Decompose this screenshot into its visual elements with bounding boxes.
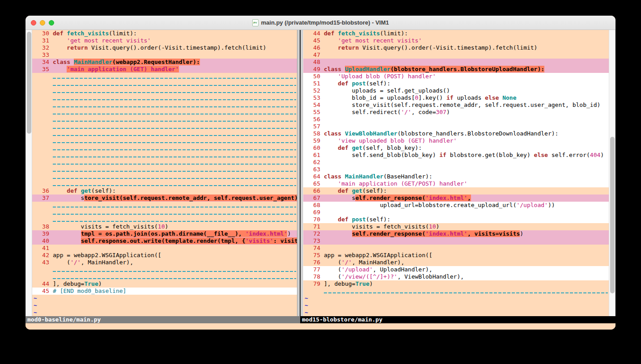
line-text: 'main application (GET/POST) handler' xyxy=(324,180,467,187)
code-line: 62 xyxy=(303,159,609,166)
diff-filler-line xyxy=(32,202,297,209)
code-line: 33 xyxy=(32,51,297,59)
line-text: self.redirect('/', code=307) xyxy=(324,109,450,116)
line-number-gutter xyxy=(32,202,53,209)
code-segment: class xyxy=(53,59,74,65)
line-number-gutter xyxy=(32,266,53,273)
vertical-split-bar[interactable] xyxy=(297,30,303,316)
code-segment: def xyxy=(324,30,338,37)
diff-filler-line xyxy=(32,116,297,123)
code-segment: , visits=visits xyxy=(467,230,520,237)
line-text: class ViewBlobHandler(blobstore_handlers… xyxy=(324,130,558,137)
code-segment: , code= xyxy=(412,109,436,115)
command-line[interactable] xyxy=(25,323,616,330)
line-number: 59 xyxy=(303,137,324,144)
code-segment: 10 xyxy=(158,223,165,230)
code-line: 37 store_visit(self.request.remote_addr,… xyxy=(32,195,297,202)
line-number: 45 xyxy=(303,37,324,44)
code-line: 64class MainHandler(BaseHandler): xyxy=(303,173,609,180)
line-text: def get(self, blob_key): xyxy=(324,144,422,152)
code-segment xyxy=(53,37,67,44)
line-number-gutter xyxy=(32,80,53,87)
code-segment xyxy=(324,216,338,223)
line-number: 47 xyxy=(303,51,324,59)
code-line: 48 xyxy=(303,59,609,66)
right-scrollbar-thumb[interactable] xyxy=(610,137,615,293)
code-line: 69 xyxy=(303,209,609,216)
code-segment: MainHandler xyxy=(74,59,112,65)
filler-dashes xyxy=(53,278,296,279)
code-segment: if xyxy=(439,152,446,158)
line-number: 76 xyxy=(303,259,324,266)
diff-filler-line xyxy=(303,288,609,295)
tilde-marker: ~ xyxy=(32,309,37,316)
minimize-button[interactable] xyxy=(40,20,45,25)
code-line: 34class MainHandler(webapp2.RequestHandl… xyxy=(32,59,297,66)
code-line: 70 def post(self): xyxy=(303,216,609,223)
diff-filler-line xyxy=(32,209,297,216)
diff-filler-line xyxy=(32,166,297,173)
left-scrollbar[interactable] xyxy=(25,30,32,316)
statusline-right: mod15-blobstore/main.py xyxy=(300,316,616,323)
code-segment: (self): xyxy=(366,80,391,87)
code-segment: class xyxy=(324,66,345,72)
code-segment xyxy=(324,73,338,80)
tilde-marker: ~ xyxy=(32,295,37,302)
left-editor-pane[interactable]: 30def fetch_visits(limit):31 'get most r… xyxy=(32,30,297,316)
tilde-marker: ~ xyxy=(32,302,37,309)
code-segment: (self): xyxy=(362,187,387,194)
code-line: 38 visits = fetch_visits(10) xyxy=(32,223,297,230)
code-line: 43 ('/', MainHandler), xyxy=(32,259,297,266)
filler-dashes xyxy=(53,171,296,172)
line-number-gutter xyxy=(32,87,53,94)
line-number: 57 xyxy=(303,123,324,130)
tilde-line: ~ xyxy=(32,302,297,309)
code-line: 60 def get(self, blob_key): xyxy=(303,144,609,152)
line-number-gutter xyxy=(32,94,53,102)
line-number: 34 xyxy=(32,59,53,66)
line-text: ], debug=True) xyxy=(53,280,102,288)
diff-filler-line xyxy=(32,130,297,137)
code-line: 42app = webapp2.WSGIApplication([ xyxy=(32,252,297,259)
zoom-button[interactable] xyxy=(49,20,54,25)
line-text: self.send_blob(blob_key) if blobstore.ge… xyxy=(324,152,604,159)
code-segment: , xyxy=(467,195,471,201)
line-number: 39 xyxy=(32,230,53,237)
tilde-line: ~ xyxy=(303,295,609,302)
code-line: 49class UploadHandler(blobstore_handlers… xyxy=(303,66,609,73)
code-segment xyxy=(324,230,352,237)
line-number: 70 xyxy=(303,216,324,223)
code-segment: 'view uploaded blob (GET) handler' xyxy=(338,137,457,144)
line-number: 36 xyxy=(32,187,53,195)
code-segment: visits = fetch_visits( xyxy=(324,223,429,230)
code-segment: if xyxy=(446,94,454,101)
line-text: visits = fetch_visits(10) xyxy=(53,223,168,230)
code-segment: elf.render_response( xyxy=(355,195,425,201)
code-segment: class xyxy=(324,173,345,180)
line-text: ('/upload', UploadHandler), xyxy=(324,266,433,273)
filler-dashes xyxy=(53,135,296,136)
code-line: 30def fetch_visits(limit): xyxy=(32,30,297,37)
line-text: app = webapp2.WSGIApplication([ xyxy=(324,252,433,259)
line-text: def fetch_visits(limit): xyxy=(53,30,137,37)
left-scrollbar-thumb[interactable] xyxy=(27,32,31,134)
code-segment xyxy=(324,144,338,151)
line-text: ('/', MainHandler), xyxy=(53,259,133,266)
right-scrollbar[interactable] xyxy=(609,30,616,316)
code-line: 77 ('/upload', UploadHandler), xyxy=(303,266,609,273)
code-segment: Visit.query().order(-Visit.timestamp).fe… xyxy=(359,44,537,51)
line-number: 44 xyxy=(32,280,53,288)
code-segment: True xyxy=(355,280,369,287)
code-segment: ( xyxy=(324,266,341,273)
code-segment: blobstore.get(blob_key) xyxy=(446,152,534,158)
close-button[interactable] xyxy=(31,20,36,25)
titlebar[interactable]: PY main.py (/private/tmp/mod15-blobstore… xyxy=(25,16,616,30)
line-number-gutter xyxy=(32,123,53,130)
code-segment: 10 xyxy=(429,223,436,230)
code-segment: )) xyxy=(548,202,555,208)
line-number-gutter xyxy=(32,116,53,123)
line-number: 65 xyxy=(303,180,324,187)
right-editor-pane[interactable]: 44def fetch_visits(limit):45 'get most r… xyxy=(303,30,609,316)
code-segment xyxy=(324,37,338,44)
line-number-gutter xyxy=(32,216,53,223)
